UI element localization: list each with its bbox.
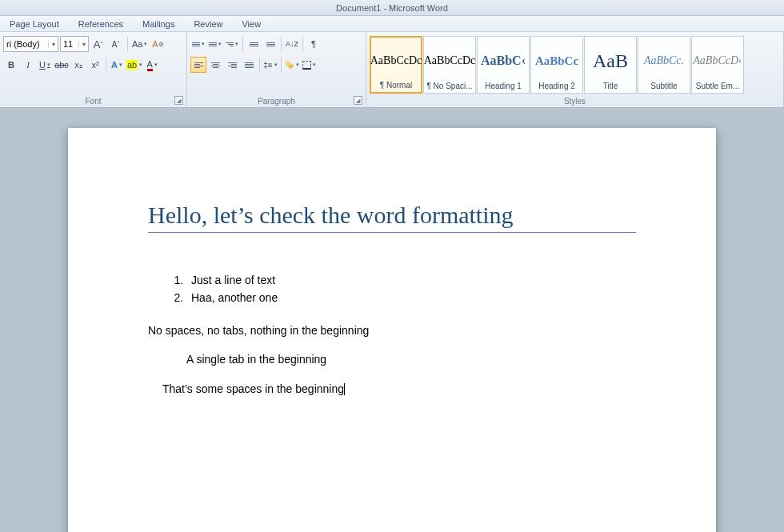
- italic-button[interactable]: I: [20, 57, 36, 73]
- style-preview: AaB: [593, 40, 628, 82]
- style-preview: AaBbCc: [535, 40, 578, 82]
- numbering-button[interactable]: ▾: [207, 36, 223, 52]
- underline-button[interactable]: U▾: [37, 57, 53, 73]
- style-heading-2[interactable]: AaBbCcHeading 2: [530, 36, 583, 94]
- line-spacing-button[interactable]: ‡≡▾: [262, 57, 278, 73]
- align-right-button[interactable]: [224, 57, 240, 73]
- align-left-button[interactable]: [190, 57, 206, 73]
- separator: [281, 58, 282, 72]
- text-effects-button[interactable]: A▾: [109, 57, 125, 73]
- window-title: Document1 - Microsoft Word: [336, 3, 448, 13]
- separator: [302, 37, 303, 51]
- tab-mailings[interactable]: Mailings: [133, 17, 184, 31]
- document-area[interactable]: Hello, let’s check the word formatting J…: [0, 108, 784, 532]
- group-label-paragraph: Paragraph: [187, 97, 366, 106]
- paragraph-line[interactable]: No spaces, no tabs, nothing in the begin…: [148, 322, 636, 339]
- superscript-button[interactable]: x²: [87, 57, 103, 73]
- style-name-label: Heading 1: [479, 82, 527, 90]
- style-title[interactable]: AaBTitle: [584, 36, 637, 94]
- clear-formatting-button[interactable]: A⊘: [150, 36, 166, 52]
- style-preview: AaBbCc.: [644, 40, 684, 82]
- separator: [259, 58, 260, 72]
- highlight-button[interactable]: ab▾: [126, 57, 143, 73]
- grow-font-button[interactable]: A˄: [90, 36, 106, 52]
- separator: [106, 58, 106, 72]
- separator: [127, 37, 128, 51]
- font-size-combo[interactable]: ▾: [60, 36, 89, 52]
- font-dialog-launcher[interactable]: ◢: [174, 96, 183, 105]
- list-item[interactable]: Haa, another one: [186, 289, 636, 306]
- style-name-label: ¶ No Spaci...: [426, 82, 474, 90]
- shrink-font-button[interactable]: A˅: [108, 36, 124, 52]
- group-styles: AaBbCcDc¶ NormalAaBbCcDc¶ No Spaci...AaB…: [366, 32, 784, 107]
- chevron-down-icon[interactable]: ▾: [48, 41, 58, 48]
- style-subtitle[interactable]: AaBbCc.Subtitle: [638, 36, 690, 94]
- list-item[interactable]: Just a line of text: [186, 271, 636, 289]
- tab-view[interactable]: View: [232, 17, 270, 31]
- style-preview: AaBbCcD‹: [693, 40, 742, 82]
- window-titlebar: Document1 - Microsoft Word: [0, 0, 784, 16]
- style-preview: AaBbCcDc: [370, 41, 422, 81]
- align-center-button[interactable]: [207, 57, 223, 73]
- tab-page-layout[interactable]: Page Layout: [0, 17, 69, 31]
- style-preview: AaBbC‹: [481, 40, 526, 82]
- ribbon: ▾ ▾ A˄ A˅ Aa▾ A⊘ B I U▾ abc x₂ x² A▾ ab▾…: [0, 32, 784, 108]
- tab-references[interactable]: References: [69, 17, 133, 31]
- style-name-label: ¶ Normal: [373, 81, 419, 90]
- style-subtle-em-[interactable]: AaBbCcD‹Subtle Em...: [691, 36, 744, 94]
- increase-indent-button[interactable]: [262, 36, 278, 52]
- font-family-combo[interactable]: ▾: [3, 36, 58, 52]
- style-name-label: Heading 2: [533, 82, 581, 90]
- show-pilcrow-button[interactable]: ¶: [306, 36, 322, 52]
- separator: [281, 37, 282, 51]
- strikethrough-button[interactable]: abc: [54, 57, 70, 73]
- paragraph-dialog-launcher[interactable]: ◢: [354, 96, 362, 105]
- paragraph-line[interactable]: That’s some spaces in the beginning: [148, 380, 636, 398]
- borders-button[interactable]: ▾: [301, 57, 317, 73]
- change-case-button[interactable]: Aa▾: [131, 36, 148, 52]
- style-heading-1[interactable]: AaBbC‹Heading 1: [477, 36, 530, 94]
- group-label-font: Font: [0, 97, 186, 106]
- paragraph-line[interactable]: A single tab in the beginning: [148, 350, 636, 368]
- shading-button[interactable]: ▾: [284, 57, 300, 73]
- page[interactable]: Hello, let’s check the word formatting J…: [68, 128, 716, 532]
- group-paragraph: ▾ ▾ ▾ A↓Z ¶ ‡≡▾ ▾ ▾ Paragraph ◢: [187, 32, 366, 107]
- font-family-input[interactable]: [4, 39, 48, 49]
- separator: [242, 37, 243, 51]
- group-label-styles: Styles: [366, 97, 783, 106]
- decrease-indent-button[interactable]: [246, 36, 262, 52]
- numbered-list[interactable]: Just a line of text Haa, another one: [148, 271, 636, 307]
- group-font: ▾ ▾ A˄ A˅ Aa▾ A⊘ B I U▾ abc x₂ x² A▾ ab▾…: [0, 32, 187, 107]
- sort-button[interactable]: A↓Z: [284, 36, 300, 52]
- text-cursor: [344, 383, 345, 395]
- align-justify-button[interactable]: [241, 57, 257, 73]
- document-heading[interactable]: Hello, let’s check the word formatting: [148, 202, 636, 233]
- multilevel-list-button[interactable]: ▾: [224, 36, 240, 52]
- style--no-spaci-[interactable]: AaBbCcDc¶ No Spaci...: [423, 36, 476, 94]
- style-name-label: Title: [586, 82, 634, 90]
- subscript-button[interactable]: x₂: [70, 57, 86, 73]
- style-name-label: Subtle Em...: [694, 82, 742, 90]
- bullets-button[interactable]: ▾: [190, 36, 206, 52]
- style-preview: AaBbCcDc: [424, 40, 476, 82]
- style--normal[interactable]: AaBbCcDc¶ Normal: [370, 36, 422, 94]
- font-size-input[interactable]: [61, 39, 78, 49]
- font-color-button[interactable]: A▾: [144, 57, 160, 73]
- style-name-label: Subtitle: [640, 82, 688, 90]
- chevron-down-icon[interactable]: ▾: [78, 41, 88, 48]
- paint-bucket-icon: [286, 61, 294, 70]
- document-body[interactable]: Just a line of text Haa, another one No …: [148, 271, 636, 398]
- tab-review[interactable]: Review: [184, 17, 232, 31]
- ribbon-tabs: Page Layout References Mailings Review V…: [0, 16, 784, 32]
- bold-button[interactable]: B: [3, 57, 19, 73]
